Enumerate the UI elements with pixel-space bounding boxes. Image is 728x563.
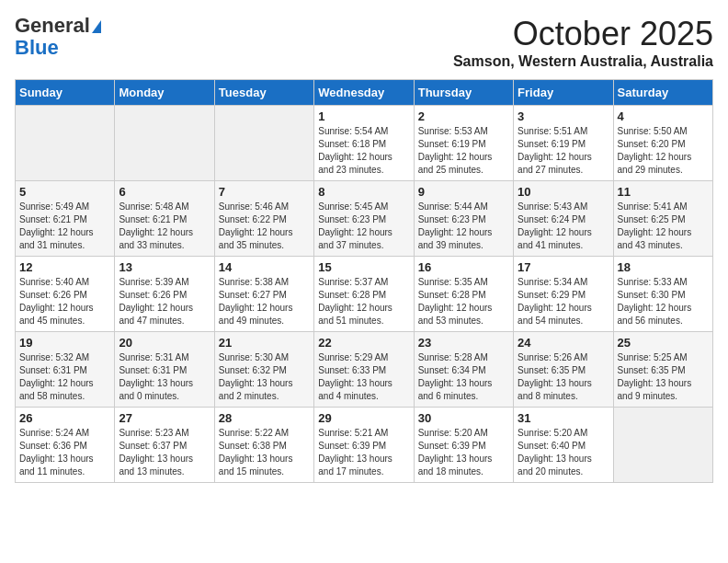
calendar-cell: 13Sunrise: 5:39 AM Sunset: 6:26 PM Dayli… [115,257,214,332]
calendar-cell: 25Sunrise: 5:25 AM Sunset: 6:35 PM Dayli… [613,332,712,408]
cell-info: Sunrise: 5:53 AM Sunset: 6:19 PM Dayligh… [418,125,509,177]
cell-info: Sunrise: 5:50 AM Sunset: 6:20 PM Dayligh… [618,125,709,177]
day-number: 8 [318,185,409,199]
calendar-cell: 26Sunrise: 5:24 AM Sunset: 6:36 PM Dayli… [16,408,115,483]
calendar-cell: 23Sunrise: 5:28 AM Sunset: 6:34 PM Dayli… [414,332,513,408]
cell-info: Sunrise: 5:35 AM Sunset: 6:28 PM Dayligh… [418,276,509,327]
calendar-cell [214,106,313,181]
day-number: 14 [219,260,310,274]
cell-info: Sunrise: 5:21 AM Sunset: 6:39 PM Dayligh… [318,427,409,478]
calendar-cell: 24Sunrise: 5:26 AM Sunset: 6:35 PM Dayli… [514,332,613,408]
week-row-1: 1Sunrise: 5:54 AM Sunset: 6:18 PM Daylig… [16,106,713,181]
cell-info: Sunrise: 5:29 AM Sunset: 6:33 PM Dayligh… [318,351,409,403]
cell-info: Sunrise: 5:48 AM Sunset: 6:21 PM Dayligh… [119,201,210,252]
calendar-cell: 30Sunrise: 5:20 AM Sunset: 6:39 PM Dayli… [414,408,513,483]
location-title: Samson, Western Australia, Australia [453,53,713,70]
calendar-cell: 7Sunrise: 5:46 AM Sunset: 6:22 PM Daylig… [214,181,313,257]
day-number: 30 [418,411,509,425]
day-number: 11 [618,185,709,199]
calendar-cell: 19Sunrise: 5:32 AM Sunset: 6:31 PM Dayli… [16,332,115,408]
day-number: 13 [119,260,210,274]
cell-info: Sunrise: 5:31 AM Sunset: 6:31 PM Dayligh… [119,351,210,403]
logo-general-text: General [15,14,90,37]
calendar-cell: 21Sunrise: 5:30 AM Sunset: 6:32 PM Dayli… [214,332,313,408]
logo-blue-text: Blue [15,37,59,59]
cell-info: Sunrise: 5:30 AM Sunset: 6:32 PM Dayligh… [219,351,310,403]
title-area: October 2025 Samson, Western Australia, … [453,15,713,70]
week-row-2: 5Sunrise: 5:49 AM Sunset: 6:21 PM Daylig… [16,181,713,257]
cell-info: Sunrise: 5:43 AM Sunset: 6:24 PM Dayligh… [518,201,609,252]
cell-info: Sunrise: 5:24 AM Sunset: 6:36 PM Dayligh… [19,427,110,478]
cell-info: Sunrise: 5:46 AM Sunset: 6:22 PM Dayligh… [219,201,310,252]
day-number: 19 [19,336,110,350]
col-header-friday: Friday [514,80,613,106]
day-number: 20 [119,336,210,350]
cell-info: Sunrise: 5:33 AM Sunset: 6:30 PM Dayligh… [618,276,709,327]
day-number: 31 [518,411,609,425]
logo: General Blue [15,15,101,59]
calendar-table: SundayMondayTuesdayWednesdayThursdayFrid… [15,79,713,483]
calendar-cell: 16Sunrise: 5:35 AM Sunset: 6:28 PM Dayli… [414,257,513,332]
cell-info: Sunrise: 5:49 AM Sunset: 6:21 PM Dayligh… [19,201,110,252]
day-number: 21 [219,336,310,350]
cell-info: Sunrise: 5:37 AM Sunset: 6:28 PM Dayligh… [318,276,409,327]
calendar-cell: 9Sunrise: 5:44 AM Sunset: 6:23 PM Daylig… [414,181,513,257]
calendar-cell: 12Sunrise: 5:40 AM Sunset: 6:26 PM Dayli… [16,257,115,332]
cell-info: Sunrise: 5:41 AM Sunset: 6:25 PM Dayligh… [618,201,709,252]
calendar-cell: 2Sunrise: 5:53 AM Sunset: 6:19 PM Daylig… [414,106,513,181]
cell-info: Sunrise: 5:45 AM Sunset: 6:23 PM Dayligh… [318,201,409,252]
cell-info: Sunrise: 5:26 AM Sunset: 6:35 PM Dayligh… [518,351,609,403]
week-row-5: 26Sunrise: 5:24 AM Sunset: 6:36 PM Dayli… [16,408,713,483]
day-number: 29 [318,411,409,425]
cell-info: Sunrise: 5:20 AM Sunset: 6:40 PM Dayligh… [518,427,609,478]
cell-info: Sunrise: 5:44 AM Sunset: 6:23 PM Dayligh… [418,201,509,252]
day-number: 22 [318,336,409,350]
col-header-saturday: Saturday [613,80,712,106]
calendar-cell: 5Sunrise: 5:49 AM Sunset: 6:21 PM Daylig… [16,181,115,257]
cell-info: Sunrise: 5:28 AM Sunset: 6:34 PM Dayligh… [418,351,509,403]
cell-info: Sunrise: 5:54 AM Sunset: 6:18 PM Dayligh… [318,125,409,177]
day-number: 16 [418,260,509,274]
calendar-cell [613,408,712,483]
day-number: 6 [119,185,210,199]
day-number: 10 [518,185,609,199]
day-number: 24 [518,336,609,350]
day-number: 5 [19,185,110,199]
calendar-cell: 28Sunrise: 5:22 AM Sunset: 6:38 PM Dayli… [214,408,313,483]
cell-info: Sunrise: 5:20 AM Sunset: 6:39 PM Dayligh… [418,427,509,478]
calendar-cell: 15Sunrise: 5:37 AM Sunset: 6:28 PM Dayli… [314,257,414,332]
col-header-tuesday: Tuesday [214,80,313,106]
cell-info: Sunrise: 5:25 AM Sunset: 6:35 PM Dayligh… [618,351,709,403]
calendar-cell: 14Sunrise: 5:38 AM Sunset: 6:27 PM Dayli… [214,257,313,332]
day-number: 27 [119,411,210,425]
day-number: 28 [219,411,310,425]
calendar-cell: 11Sunrise: 5:41 AM Sunset: 6:25 PM Dayli… [613,181,712,257]
calendar-cell: 6Sunrise: 5:48 AM Sunset: 6:21 PM Daylig… [115,181,214,257]
calendar-cell: 8Sunrise: 5:45 AM Sunset: 6:23 PM Daylig… [314,181,414,257]
day-number: 12 [19,260,110,274]
day-number: 1 [318,109,409,123]
col-header-monday: Monday [115,80,214,106]
calendar-cell [115,106,214,181]
day-number: 25 [618,336,709,350]
logo-triangle-icon [92,20,101,33]
day-number: 26 [19,411,110,425]
col-header-thursday: Thursday [414,80,513,106]
week-row-4: 19Sunrise: 5:32 AM Sunset: 6:31 PM Dayli… [16,332,713,408]
col-header-wednesday: Wednesday [314,80,414,106]
calendar-cell: 10Sunrise: 5:43 AM Sunset: 6:24 PM Dayli… [514,181,613,257]
calendar-cell: 17Sunrise: 5:34 AM Sunset: 6:29 PM Dayli… [514,257,613,332]
cell-info: Sunrise: 5:40 AM Sunset: 6:26 PM Dayligh… [19,276,110,327]
cell-info: Sunrise: 5:32 AM Sunset: 6:31 PM Dayligh… [19,351,110,403]
day-number: 18 [618,260,709,274]
day-number: 23 [418,336,509,350]
calendar-cell: 3Sunrise: 5:51 AM Sunset: 6:19 PM Daylig… [514,106,613,181]
month-title: October 2025 [453,15,713,53]
calendar-cell: 4Sunrise: 5:50 AM Sunset: 6:20 PM Daylig… [613,106,712,181]
day-number: 15 [318,260,409,274]
day-number: 2 [418,109,509,123]
day-number: 4 [618,109,709,123]
calendar-cell: 29Sunrise: 5:21 AM Sunset: 6:39 PM Dayli… [314,408,414,483]
cell-info: Sunrise: 5:38 AM Sunset: 6:27 PM Dayligh… [219,276,310,327]
calendar-cell: 31Sunrise: 5:20 AM Sunset: 6:40 PM Dayli… [514,408,613,483]
